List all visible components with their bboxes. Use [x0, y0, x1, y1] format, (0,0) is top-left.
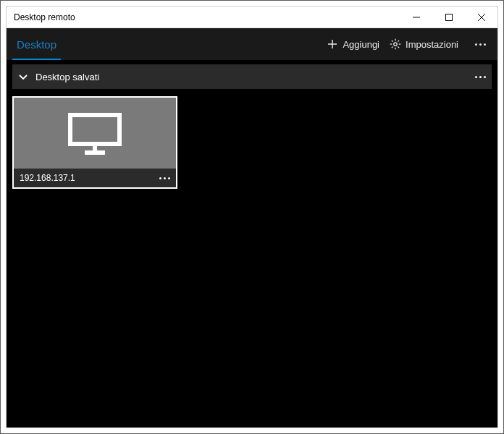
add-label: Aggiungi: [343, 39, 379, 50]
ellipsis-icon: [475, 43, 486, 46]
settings-label: Impostazioni: [406, 39, 458, 50]
settings-button[interactable]: Impostazioni: [390, 38, 458, 50]
titlebar: Desktop remoto: [7, 7, 497, 28]
group-header-saved-desktops[interactable]: Desktop salvati: [12, 64, 492, 89]
svg-line-13: [392, 46, 393, 48]
toolbar-more-button[interactable]: [469, 33, 492, 56]
maximize-button[interactable]: [432, 7, 465, 27]
group-more-button[interactable]: [475, 76, 486, 78]
tab-desktop[interactable]: Desktop: [7, 28, 67, 60]
svg-point-6: [394, 43, 397, 46]
maximize-icon: [445, 14, 453, 21]
svg-line-11: [392, 41, 393, 42]
app-toolbar: Desktop Aggiungi: [7, 28, 497, 60]
plus-icon: [327, 38, 338, 50]
toolbar-actions: Aggiungi: [327, 28, 497, 60]
toolbar-tabs: Desktop: [7, 28, 67, 60]
gear-icon: [390, 38, 401, 50]
add-button[interactable]: Aggiungi: [327, 38, 379, 50]
close-button[interactable]: [465, 7, 497, 27]
group-title: Desktop salvati: [35, 72, 99, 82]
monitor-icon: [66, 111, 124, 156]
group-header-left: Desktop salvati: [18, 72, 99, 82]
window-controls: [400, 7, 497, 27]
minimize-button[interactable]: [400, 7, 432, 27]
window-title: Desktop remoto: [7, 12, 75, 22]
app-window: Desktop remoto: [0, 0, 504, 434]
svg-rect-1: [445, 14, 452, 20]
minimize-icon: [413, 14, 420, 21]
tile-more-button[interactable]: [159, 177, 170, 179]
close-icon: [478, 14, 485, 21]
tile-name: 192.168.137.1: [20, 173, 75, 183]
content-area: 192.168.137.1: [7, 89, 497, 427]
tile-thumbnail: [14, 98, 176, 169]
chevron-down-icon: [18, 72, 28, 82]
window-frame: Desktop remoto: [6, 6, 498, 428]
svg-line-12: [398, 46, 399, 48]
tab-desktop-label: Desktop: [17, 38, 56, 51]
desktop-tile[interactable]: 192.168.137.1: [12, 96, 177, 189]
tile-footer: 192.168.137.1: [14, 169, 176, 187]
svg-line-14: [398, 41, 399, 42]
svg-rect-15: [70, 115, 119, 144]
